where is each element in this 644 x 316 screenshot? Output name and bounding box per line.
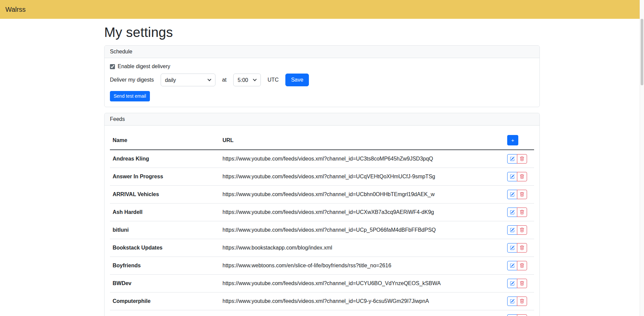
feed-name: Andreas Kling (110, 150, 220, 168)
feed-actions-group (507, 172, 527, 181)
feed-url: https://www.bookstackapp.com/blog/index.… (220, 239, 505, 257)
delete-feed-button[interactable] (517, 208, 527, 217)
save-button[interactable]: Save (285, 74, 309, 86)
feed-name: Computerphile (110, 292, 220, 310)
delete-feed-button[interactable] (517, 297, 527, 306)
delete-feed-button[interactable] (517, 225, 527, 235)
feed-url: https://www.webtoons.com/en/slice-of-lif… (220, 257, 505, 275)
feed-actions-group (507, 297, 527, 306)
enable-digest-checkbox[interactable] (110, 64, 115, 69)
trash-icon (520, 210, 524, 215)
scrollbar[interactable] (640, 0, 644, 316)
enable-digest-row: Enable digest delivery (110, 63, 534, 70)
schedule-card-body: Enable digest delivery Deliver my digest… (105, 58, 539, 107)
feed-actions (505, 292, 534, 310)
feeds-table: Name URL + Andreas Kling https://www.you… (110, 131, 534, 316)
feed-actions (505, 310, 534, 316)
edit-feed-button[interactable] (507, 297, 517, 306)
edit-feed-button[interactable] (507, 314, 517, 316)
trash-icon (520, 156, 524, 161)
column-header-actions: + (505, 131, 534, 150)
delete-feed-button[interactable] (517, 154, 527, 164)
delete-feed-button[interactable] (517, 190, 527, 199)
feed-actions-group (507, 208, 527, 217)
feed-actions (505, 275, 534, 292)
feed-actions (505, 168, 534, 186)
delete-feed-button[interactable] (517, 314, 527, 316)
feed-row: BWDev https://www.youtube.com/feeds/vide… (110, 275, 534, 292)
scrollbar-thumb[interactable] (641, 19, 643, 85)
feed-url: https://www.youtube.com/feeds/videos.xml… (220, 221, 505, 239)
feed-actions-group (507, 154, 527, 164)
feed-name: Bookstack Updates (110, 239, 220, 257)
feed-row: Fireship https://www.youtube.com/feeds/v… (110, 310, 534, 316)
feed-actions-group (507, 279, 527, 288)
feed-row: Andreas Kling https://www.youtube.com/fe… (110, 150, 534, 168)
trash-icon (520, 245, 524, 250)
feed-name: BWDev (110, 275, 220, 292)
schedule-card: Schedule Enable digest delivery Deliver … (104, 45, 540, 107)
edit-feed-button[interactable] (507, 208, 517, 217)
feed-row: Ash Hardell https://www.youtube.com/feed… (110, 204, 534, 221)
feed-row: ARRIVAL Vehicles https://www.youtube.com… (110, 186, 534, 204)
send-test-email-button[interactable]: Send test email (110, 91, 150, 101)
feed-actions-group (507, 243, 527, 253)
enable-digest-label: Enable digest delivery (118, 63, 170, 70)
plus-icon: + (511, 136, 514, 144)
feed-actions-group (507, 225, 527, 235)
edit-feed-button[interactable] (507, 261, 517, 270)
delete-feed-button[interactable] (517, 279, 527, 288)
brand-link[interactable]: Walrss (5, 6, 26, 13)
at-label: at (222, 77, 227, 83)
feeds-card-header: Feeds (105, 113, 539, 126)
feed-row: Boyfriends https://www.webtoons.com/en/s… (110, 257, 534, 275)
feed-url: https://www.youtube.com/feeds/videos.xml… (220, 150, 505, 168)
trash-icon (520, 228, 524, 232)
edit-feed-button[interactable] (507, 190, 517, 199)
edit-feed-button[interactable] (507, 225, 517, 235)
frequency-select[interactable]: daily (161, 74, 215, 86)
feed-actions (505, 204, 534, 221)
feed-actions (505, 150, 534, 168)
trash-icon (520, 281, 524, 286)
timezone-label: UTC (268, 77, 279, 83)
delete-feed-button[interactable] (517, 261, 527, 270)
delivery-controls-row: Deliver my digests daily at 5:00 UTC Sav… (110, 74, 534, 86)
delete-feed-button[interactable] (517, 243, 527, 253)
feed-url: https://www.youtube.com/feeds/videos.xml… (220, 292, 505, 310)
time-select-wrap: 5:00 (233, 74, 261, 86)
column-header-name: Name (110, 131, 220, 150)
deliver-digests-label: Deliver my digests (110, 77, 154, 83)
time-select[interactable]: 5:00 (233, 74, 261, 86)
feed-url: https://www.youtube.com/feeds/videos.xml… (220, 204, 505, 221)
feed-name: bitluni (110, 221, 220, 239)
main-container: My settings Schedule Enable digest deliv… (100, 25, 544, 316)
frequency-select-wrap: daily (161, 74, 215, 86)
feed-actions (505, 239, 534, 257)
feed-name: Boyfriends (110, 257, 220, 275)
feed-url: https://www.youtube.com/feeds/videos.xml… (220, 310, 505, 316)
pencil-square-icon (510, 192, 515, 197)
feed-row: bitluni https://www.youtube.com/feeds/vi… (110, 221, 534, 239)
feeds-header-row: Name URL + (110, 131, 534, 150)
trash-icon (520, 299, 524, 304)
feed-actions-group (507, 190, 527, 199)
feed-name: Ash Hardell (110, 204, 220, 221)
feed-actions (505, 186, 534, 204)
edit-feed-button[interactable] (507, 154, 517, 164)
feed-row: Bookstack Updates https://www.bookstacka… (110, 239, 534, 257)
feed-url: https://www.youtube.com/feeds/videos.xml… (220, 275, 505, 292)
feed-name: Fireship (110, 310, 220, 316)
edit-feed-button[interactable] (507, 172, 517, 181)
pencil-square-icon (510, 299, 515, 304)
feed-url: https://www.youtube.com/feeds/videos.xml… (220, 168, 505, 186)
trash-icon (520, 263, 524, 268)
feed-name: Answer In Progress (110, 168, 220, 186)
delete-feed-button[interactable] (517, 172, 527, 181)
feeds-card-body: Name URL + Andreas Kling https://www.you… (105, 126, 539, 316)
edit-feed-button[interactable] (507, 279, 517, 288)
pencil-square-icon (510, 210, 515, 215)
trash-icon (520, 192, 524, 197)
add-feed-button[interactable]: + (507, 135, 518, 145)
edit-feed-button[interactable] (507, 243, 517, 253)
